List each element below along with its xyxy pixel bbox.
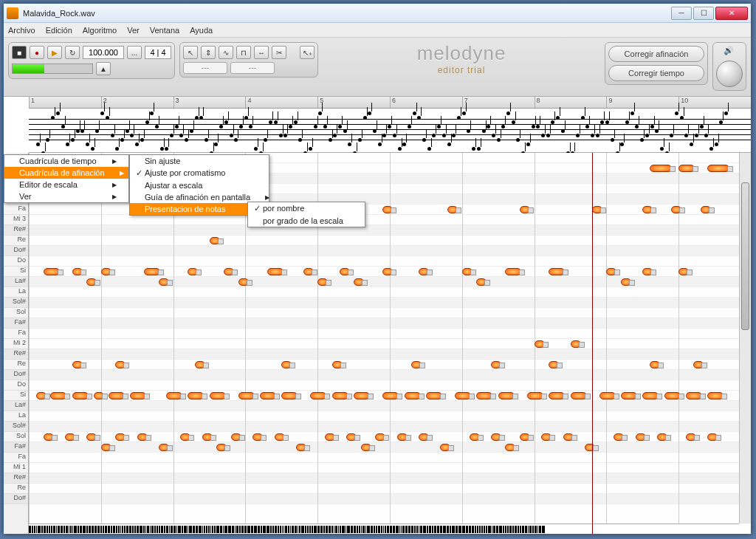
menu-algoritmo[interactable]: Algoritmo [83,26,117,35]
context-menu-1[interactable]: Cuadrícula de tiempo▶Cuadrícula de afina… [4,154,129,203]
note-blob[interactable] [707,433,718,441]
note-blob[interactable] [686,433,696,441]
note-blob[interactable] [599,392,616,399]
note-blob[interactable] [650,165,672,172]
note-blob[interactable] [310,392,326,399]
note-blob[interactable] [166,392,182,399]
playhead[interactable] [592,153,593,534]
note-blob[interactable] [332,361,343,368]
note-blob[interactable] [642,206,653,213]
note-blob[interactable] [144,268,160,275]
record-button[interactable]: ● [30,46,44,59]
note-blob[interactable] [541,433,551,441]
note-blob[interactable] [621,278,631,286]
ruler-bar[interactable]: 7 [462,97,535,108]
tool-pitch[interactable]: ⇕ [201,46,216,59]
note-blob[interactable] [195,361,205,368]
ruler-bar[interactable]: 6 [390,97,462,108]
ruler-bar[interactable]: 8 [535,97,607,108]
note-blob[interactable] [94,392,104,399]
note-blob[interactable] [267,268,284,275]
correct-pitch-button[interactable]: Corregir afinación [608,46,704,62]
note-blob[interactable] [520,433,530,441]
ruler-bar[interactable]: 10 [678,97,751,108]
note-blob[interactable] [109,392,125,399]
ruler-bar[interactable]: 9 [606,97,678,108]
note-blob[interactable] [216,444,227,451]
note-blob[interactable] [642,268,653,275]
note-blob[interactable] [650,361,660,368]
context-menu-item[interactable]: ✓Ajuste por cromatismo [130,167,269,179]
menu-archivo[interactable]: Archivo [8,26,35,35]
note-blob[interactable] [491,433,501,441]
note-blob[interactable] [571,392,587,399]
note-blob[interactable] [159,278,169,286]
note-blob[interactable] [585,444,595,451]
note-blob[interactable] [86,278,97,286]
note-blob[interactable] [671,206,681,213]
note-blob[interactable] [115,433,126,441]
bar-ruler[interactable]: 12345678910 [29,97,751,109]
note-blob[interactable] [440,444,450,451]
ruler-bar[interactable]: 2 [101,97,173,108]
note-blob[interactable] [72,361,83,368]
minimize-button[interactable]: ─ [671,7,692,20]
note-blob[interactable] [382,206,393,213]
note-blob[interactable] [642,392,659,399]
note-blob[interactable] [86,433,97,441]
note-blob[interactable] [101,444,111,451]
note-blob[interactable] [137,433,148,441]
note-blob[interactable] [520,206,530,213]
note-blob[interactable] [260,392,276,399]
note-blob[interactable] [231,433,241,441]
notation-strip[interactable] [29,109,751,153]
tempo-field[interactable]: 100.000 [83,46,124,59]
context-menu-item[interactable]: Ver▶ [4,190,128,202]
note-blob[interactable] [686,392,702,399]
stop-button[interactable]: ■ [12,46,27,59]
note-blob[interactable] [130,392,146,399]
context-menu-3[interactable]: ✓por nombrepor grado de la escala [247,202,365,227]
tool-field-1[interactable]: --- [183,62,227,74]
tool-select[interactable]: ↖₊ [300,46,315,59]
note-blob[interactable] [411,361,422,368]
tool-formant[interactable]: ∿ [219,46,233,59]
note-blob[interactable] [281,361,292,368]
note-blob[interactable] [346,433,357,441]
note-blob[interactable] [419,433,429,441]
note-blob[interactable] [238,392,255,399]
note-blob[interactable] [210,237,220,244]
note-blob[interactable] [50,392,66,399]
context-menu-item[interactable]: Cuadrícula de tiempo▶ [4,155,128,167]
note-blob[interactable] [354,392,370,399]
context-menu-item[interactable]: ✓por nombre [248,202,365,215]
note-blob[interactable] [405,392,421,399]
note-blob[interactable] [397,433,408,441]
maximize-button[interactable]: ☐ [693,7,714,20]
note-blob[interactable] [340,268,350,275]
note-blob[interactable] [361,444,371,451]
context-menu-item[interactable]: Editor de escala▶ [4,179,128,190]
menu-ventana[interactable]: Ventana [150,26,179,35]
note-blob[interactable] [303,268,314,275]
note-blob[interactable] [281,392,298,399]
note-blob[interactable] [447,206,458,213]
note-blob[interactable] [375,433,385,441]
note-blob[interactable] [563,433,574,441]
note-blob[interactable] [657,433,667,441]
note-blob[interactable] [549,361,559,368]
tool-field-2[interactable]: --- [230,62,275,74]
note-blob[interactable] [382,268,393,275]
waveform-overview[interactable] [29,523,739,534]
correct-time-button[interactable]: Corregir tiempo [608,65,704,81]
ruler-bar[interactable]: 5 [317,97,390,108]
context-menu-item[interactable]: Ajustar a escala [130,179,269,191]
note-blob[interactable] [549,392,565,399]
context-menu-item[interactable]: por grado de la escala [248,215,365,227]
note-blob[interactable] [527,392,543,399]
note-blob[interactable] [224,268,234,275]
note-blob[interactable] [332,392,348,399]
note-blob[interactable] [470,433,480,441]
note-blob[interactable] [317,278,328,286]
note-blob[interactable] [505,268,521,275]
